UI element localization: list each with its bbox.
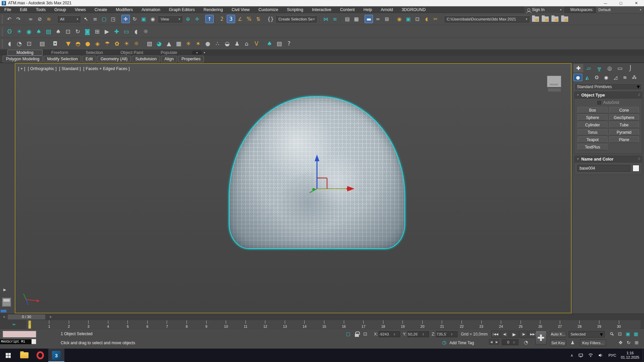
add-time-tag[interactable]: Add Time Tag xyxy=(449,341,474,345)
workspace-dropdown[interactable]: Default▾ xyxy=(596,7,643,13)
umbrella-light-icon[interactable]: ☂ xyxy=(103,39,112,48)
sun-icon[interactable]: ☀ xyxy=(122,39,131,48)
create-tab[interactable]: ✚ xyxy=(574,64,583,72)
ribbon-panel-button[interactable]: Geometry (All) xyxy=(97,56,131,62)
maximize-viewport-icon[interactable]: ⊞ xyxy=(633,339,641,346)
ribbon-tab[interactable]: Modeling xyxy=(7,50,43,56)
geosphere-icon[interactable]: ◈ xyxy=(93,39,102,48)
select-and-move-icon[interactable]: ✛ xyxy=(121,15,130,23)
z-spinner[interactable]: ▲▼ xyxy=(447,333,458,336)
primitive-button[interactable]: Cone xyxy=(609,107,639,113)
keyboard-override-icon[interactable]: ↑ xyxy=(205,15,214,23)
display-tab[interactable]: ▭ xyxy=(615,64,625,72)
named-selection-sets-icon[interactable]: {} xyxy=(266,15,275,23)
camera-add-icon[interactable]: ✚ xyxy=(112,27,121,36)
primitive-button[interactable]: Torus xyxy=(578,129,607,135)
viewport-menu-pov[interactable]: [ Orthographic ] xyxy=(28,66,57,71)
curve-editor-icon[interactable]: ≈ xyxy=(374,15,382,23)
time-tag-icon[interactable]: ◷ xyxy=(442,340,446,346)
project-path-field[interactable]: C:\Users\bala\Documents\3ds Max 2021▾ xyxy=(445,15,529,22)
project-folder-icon-1[interactable] xyxy=(532,16,539,22)
unlink-selection-icon[interactable]: ⊘ xyxy=(36,15,44,23)
create-key-button[interactable]: ✚ xyxy=(535,330,547,345)
grid-icon[interactable]: ▦ xyxy=(174,39,183,48)
ribbon-toggle-icon[interactable]: ▬ xyxy=(365,15,373,23)
selection-filter-dropdown[interactable]: All▾ xyxy=(58,15,80,22)
layer-explorer-icon[interactable]: ▦ xyxy=(352,15,361,23)
container-icon[interactable]: ⊡ xyxy=(24,39,34,48)
teapot-line-icon[interactable]: ◖ xyxy=(131,27,141,36)
x-spinner[interactable]: ▲▼ xyxy=(389,333,400,336)
clock[interactable]: 1:16 01.12.2025 xyxy=(621,351,639,360)
menu-item[interactable]: Help xyxy=(359,6,377,13)
systems-subtab[interactable]: ⁂ xyxy=(630,74,639,81)
menu-item[interactable]: Interactive xyxy=(308,6,336,13)
hierarchy-tab[interactable]: ╦ xyxy=(594,64,604,72)
mirror-icon[interactable]: ⋈ xyxy=(322,15,330,23)
next-frame-icon[interactable]: |▶ xyxy=(519,330,528,338)
object-type-rollout-header[interactable]: ▼ Object Type ⠿ xyxy=(575,92,642,99)
project-folder-icon-3[interactable] xyxy=(551,16,558,22)
viewport-menu-shading[interactable]: [ Facets + Edged Faces ] xyxy=(83,66,130,71)
set-key-mode-icon[interactable]: ♟ xyxy=(569,339,576,346)
quad-view-icon[interactable]: ⊞ xyxy=(93,27,102,36)
select-and-place-icon[interactable]: ◉ xyxy=(149,15,157,23)
undo-icon[interactable]: ↶ xyxy=(5,15,13,23)
tray-volume-icon[interactable] xyxy=(598,353,603,357)
building-icon[interactable]: ⌂ xyxy=(242,39,251,48)
modify-tab[interactable]: ▱ xyxy=(584,64,594,72)
prev-frame-arrow[interactable]: < xyxy=(2,314,7,320)
bulb-rays-icon[interactable]: ☼ xyxy=(141,27,150,36)
menu-item[interactable]: Customize xyxy=(254,6,282,13)
pine-t-icon[interactable]: ♠ xyxy=(54,27,63,36)
menu-item[interactable]: Scripting xyxy=(282,6,308,13)
prev-key-icon[interactable]: ◀ xyxy=(489,339,494,345)
project-folder-icon-4[interactable] xyxy=(561,16,568,22)
ring-icon[interactable]: ↻ xyxy=(73,27,82,36)
reference-coordinate-dropdown[interactable]: View▾ xyxy=(159,15,182,22)
light-bulb-icon[interactable]: ʘ xyxy=(5,27,14,36)
menu-item[interactable]: Create xyxy=(90,6,112,13)
play-icon[interactable]: ▶ xyxy=(510,330,519,338)
sphere-arc-icon[interactable]: ◔ xyxy=(15,39,24,48)
object-color-swatch[interactable] xyxy=(633,165,639,172)
isolate-selection-icon[interactable]: ▢ xyxy=(344,330,352,338)
project-folder-icon-2[interactable] xyxy=(542,16,549,22)
ribbon-panel-button[interactable]: Properties xyxy=(178,56,204,62)
timeline-ruler[interactable]: 0123456789101112131415161718192021222324… xyxy=(26,320,641,329)
ribbon-tab[interactable]: Populate xyxy=(152,50,186,55)
menu-item[interactable]: Modifiers xyxy=(111,6,137,13)
ribbon-panel-button[interactable]: Align xyxy=(161,56,177,62)
menu-item[interactable]: Civil View xyxy=(227,6,254,13)
previous-frame-icon[interactable]: ◀| xyxy=(500,330,509,338)
ribbon-panel-button[interactable]: Subdivision xyxy=(132,56,160,62)
toolbar-grip[interactable] xyxy=(2,27,3,36)
primitive-button[interactable]: Pyramid xyxy=(609,129,639,135)
frame-spinner[interactable]: ▲▼ xyxy=(510,341,519,344)
opera-button[interactable] xyxy=(32,349,48,362)
tray-display-icon[interactable] xyxy=(579,353,583,358)
rendered-frame-icon[interactable]: ⊡ xyxy=(413,15,422,23)
z-coordinate-field[interactable]: 735,575mm▲▼ xyxy=(436,331,458,337)
starburst-light-icon[interactable]: ✶ xyxy=(194,39,203,48)
y-spinner[interactable]: ▲▼ xyxy=(418,333,429,336)
motion-tab[interactable]: ◎ xyxy=(605,64,614,72)
named-selection-dropdown[interactable]: Create Selection Se▾ xyxy=(276,15,317,22)
wire-box-icon[interactable]: ▧ xyxy=(145,39,154,48)
pine-tree-icon[interactable]: ♠ xyxy=(265,39,274,48)
ribbon-panel-button[interactable]: Polygon Modeling xyxy=(3,56,43,62)
help-circle-icon[interactable]: ? xyxy=(284,39,293,48)
absolute-mode-icon[interactable]: ⊡ xyxy=(361,330,369,338)
show-desktop-button[interactable] xyxy=(643,349,644,362)
primitive-category-dropdown[interactable]: Standard Primitives▾ xyxy=(575,83,642,90)
scene-list-icon[interactable]: ▤ xyxy=(38,39,47,48)
sunburst-icon[interactable]: ☼ xyxy=(132,39,141,48)
current-frame-field[interactable]: 0▲▼ xyxy=(502,339,519,345)
menu-item[interactable]: File xyxy=(0,6,15,13)
pan-hand-icon[interactable]: ✥ xyxy=(616,339,625,346)
redo-icon[interactable]: ↷ xyxy=(14,15,22,23)
ribbon-options-caret[interactable]: ▾ xyxy=(204,51,205,54)
ribbon-tab[interactable]: Object Paint xyxy=(112,50,152,55)
select-and-manipulate-icon[interactable]: ✛ xyxy=(193,15,201,23)
start-button[interactable] xyxy=(0,349,16,362)
